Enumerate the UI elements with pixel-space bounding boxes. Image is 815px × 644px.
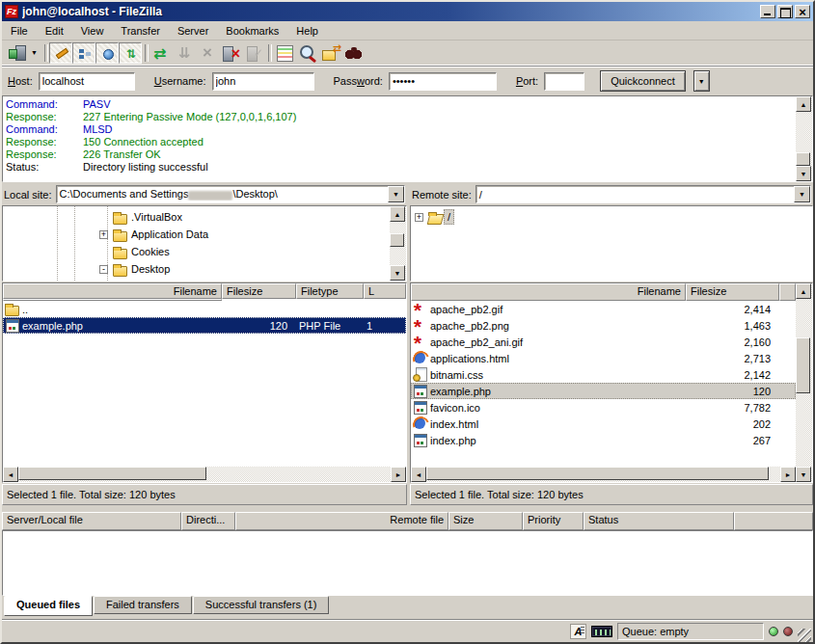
find-files-button[interactable] (342, 42, 366, 64)
username-input[interactable] (212, 72, 314, 91)
scroll-left-icon[interactable] (411, 467, 426, 482)
transfer-type-indicator-icon[interactable]: A (570, 624, 586, 639)
remote-list-hscrollbar[interactable] (411, 467, 796, 482)
file-row[interactable]: index.html 202 (411, 416, 796, 432)
log-scrollbar[interactable] (796, 96, 812, 181)
menu-item[interactable]: Server (169, 23, 217, 39)
refresh-button[interactable] (149, 42, 173, 64)
message-log-lines: Command: PASV Response: 227 Entering Pas… (3, 96, 796, 181)
chevron-down-icon[interactable] (388, 186, 404, 202)
scroll-right-icon[interactable] (391, 467, 406, 482)
scroll-up-icon[interactable] (796, 283, 811, 299)
password-input[interactable] (389, 72, 497, 91)
file-icon (412, 433, 428, 447)
local-list-hscrollbar[interactable] (3, 467, 406, 482)
scrollbar-thumb[interactable] (390, 233, 404, 247)
file-row[interactable]: favicon.ico 7,782 (411, 399, 796, 416)
tree-expander[interactable]: + (99, 230, 108, 239)
tree-item[interactable]: - Desktop (3, 260, 390, 278)
synchronized-browsing-button[interactable] (319, 42, 342, 64)
maximize-button[interactable] (777, 5, 793, 18)
column-header[interactable]: Size (448, 512, 523, 530)
toggle-queue-button[interactable] (119, 42, 142, 64)
toggle-remote-tree-button[interactable] (95, 42, 119, 64)
process-queue-button[interactable] (173, 42, 196, 64)
file-row[interactable]: example.php 120 PHP File 1 (3, 317, 406, 334)
chevron-down-icon[interactable] (794, 186, 810, 202)
file-row[interactable]: .. (3, 301, 406, 317)
scrollbar-thumb[interactable] (426, 467, 769, 480)
host-input[interactable] (39, 72, 135, 91)
log-line: Command: MLSD (6, 123, 796, 136)
scroll-up-icon[interactable] (390, 206, 405, 222)
remote-list-scrollbar[interactable] (796, 283, 812, 482)
disconnect-button[interactable] (219, 42, 242, 64)
tree-item[interactable]: .VirtualBox (3, 208, 390, 226)
site-manager-dropdown[interactable] (28, 42, 41, 64)
scrollbar-thumb[interactable] (18, 467, 206, 480)
menu-item[interactable]: Edit (37, 23, 72, 39)
column-header[interactable]: Status (584, 512, 734, 530)
toolbar-separator[interactable] (265, 42, 273, 64)
column-header[interactable]: Server/Local file (2, 512, 181, 530)
tree-item[interactable]: + Application Data (3, 226, 390, 243)
scrollbar-thumb[interactable] (796, 152, 810, 166)
reconnect-button[interactable] (242, 42, 265, 64)
column-header[interactable]: Priority (523, 512, 584, 530)
quickconnect-dropdown[interactable] (693, 70, 710, 92)
column-header[interactable]: Filename (3, 283, 222, 299)
scroll-left-icon[interactable] (3, 467, 18, 482)
scroll-down-icon[interactable] (796, 166, 811, 181)
port-input[interactable] (544, 72, 584, 91)
file-row[interactable]: example.php 120 (411, 383, 796, 399)
tree-item[interactable]: Cookies (3, 243, 390, 260)
minimize-button[interactable] (760, 5, 775, 18)
column-header[interactable]: L (364, 283, 406, 299)
scroll-down-icon[interactable] (796, 467, 811, 482)
queue-tab[interactable]: Successful transfers (1) (193, 596, 330, 614)
column-header[interactable]: Filetype (296, 283, 364, 299)
cancel-button[interactable] (196, 42, 219, 64)
file-row[interactable]: applications.html 2,713 (411, 350, 796, 366)
tree-expander[interactable]: + (415, 213, 423, 222)
close-button[interactable] (795, 5, 810, 18)
scroll-right-icon[interactable] (780, 467, 796, 482)
speed-limit-indicator-icon[interactable] (591, 626, 612, 637)
scroll-down-icon[interactable] (390, 265, 405, 281)
local-site-combo[interactable]: C:\Documents and Settings\Desktop\ (56, 185, 405, 203)
filter-button[interactable] (273, 42, 296, 64)
queue-tab[interactable]: Queued files (4, 596, 93, 616)
queue-tab[interactable]: Failed transfers (94, 596, 192, 614)
quickconnect-button[interactable]: Quickconnect (600, 70, 686, 92)
toolbar-separator[interactable] (142, 42, 149, 64)
tree-expander[interactable]: - (99, 265, 108, 274)
transfer-queue-list[interactable] (2, 530, 813, 596)
remote-site-combo[interactable]: / (475, 185, 811, 203)
column-header[interactable]: Filesize (222, 283, 296, 299)
column-header[interactable]: Remote file (235, 512, 448, 530)
titlebar[interactable]: Fz john@localhost - FileZilla (2, 2, 813, 21)
toolbar-separator[interactable] (41, 42, 49, 64)
column-header[interactable]: Filename (411, 283, 686, 301)
file-row[interactable]: apache_pb2_ani.gif 2,160 (411, 334, 796, 350)
menu-item[interactable]: File (2, 23, 37, 39)
file-row[interactable]: index.php 267 (411, 432, 796, 448)
resize-grip[interactable] (798, 629, 811, 642)
file-row[interactable]: apache_pb2.png 1,463 (411, 317, 796, 334)
directory-comparison-button[interactable] (296, 42, 319, 64)
toggle-message-log-button[interactable] (49, 42, 72, 64)
menu-item[interactable]: Help (287, 23, 327, 39)
scrollbar-thumb[interactable] (796, 337, 810, 393)
tree-item[interactable]: + / (411, 208, 812, 226)
file-row[interactable]: bitnami.css 2,142 (411, 366, 796, 383)
file-row[interactable]: apache_pb2.gif 2,414 (411, 301, 796, 317)
menu-item[interactable]: View (72, 23, 113, 39)
column-header[interactable]: Filesize (686, 283, 779, 301)
column-header[interactable]: Directi... (181, 512, 235, 530)
scroll-up-icon[interactable] (796, 96, 811, 112)
menu-item[interactable]: Bookmarks (217, 23, 287, 39)
site-manager-button[interactable] (5, 42, 28, 64)
menu-item[interactable]: Transfer (112, 23, 169, 39)
local-tree-scrollbar[interactable] (390, 206, 406, 281)
toggle-local-tree-button[interactable] (72, 42, 95, 64)
